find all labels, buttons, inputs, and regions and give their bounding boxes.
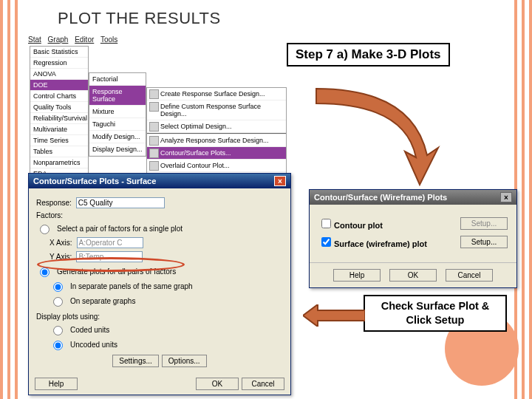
label-single-pair: Select a pair of factors for a single pl… [57,225,183,233]
cancel-button[interactable]: Cancel [242,378,284,390]
settings-button[interactable]: Settings... [112,355,158,367]
radio-separate-graphs[interactable] [53,297,63,307]
menu-item-create-rsd[interactable]: Create Response Surface Design... [147,88,286,100]
wireframe-plots-dialog: Contour/Surface (Wireframe) Plots × Cont… [309,189,517,288]
checkbox-contour-plot[interactable] [321,219,331,228]
menu-item-control-charts[interactable]: Control Charts [30,91,88,102]
arrow-left-icon [303,304,365,327]
menubar[interactable]: Stat Graph Editor Tools [28,35,122,44]
radio-coded-units[interactable] [53,326,63,335]
dialog-title: Contour/Surface (Wireframe) Plots [314,193,447,202]
menu-item-regression[interactable]: Regression [30,58,88,69]
menu-tools[interactable]: Tools [100,35,117,44]
menu-item-anova[interactable]: ANOVA [30,69,88,80]
label-coded-units: Coded units [70,326,109,334]
label-contour-plot: Contour plot [334,221,383,230]
menu-item-reliability[interactable]: Reliability/Survival [30,113,88,124]
menu-item-modify-design[interactable]: Modify Design... [89,131,146,143]
response-surface-submenu[interactable]: Create Response Surface Design... Define… [146,87,287,185]
label-all-pairs: Generate plots for all pairs of factors [57,267,176,276]
doe-submenu[interactable]: Factorial Response Surface Mixture Taguc… [89,72,146,157]
menu-item-doe[interactable]: DOE [30,80,88,91]
ok-button[interactable]: OK [196,378,239,390]
menu-item-contour-surface-plots[interactable]: Contour/Surface Plots... [147,147,286,160]
label-in-panels: In separate panels of the same graph [70,282,193,290]
menu-item-overlaid-contour[interactable]: Overlaid Contour Plot... [147,160,286,172]
label-separate-graphs: On separate graphs [70,297,135,305]
radio-in-panels[interactable] [53,282,63,292]
factors-label: Factors: [36,211,63,219]
callout-step7: Step 7 a) Make 3-D Plots [287,43,450,66]
menu-item-define-custom-rsd[interactable]: Define Custom Response Surface Design... [147,100,286,120]
menu-item-analyze-rsd[interactable]: Analyze Response Surface Design... [147,134,286,147]
options-button[interactable]: Options... [162,355,207,367]
menu-item-quality-tools[interactable]: Quality Tools [30,102,88,113]
close-icon[interactable]: × [500,192,512,202]
menu-item-tables[interactable]: Tables [30,146,88,157]
menu-item-multivariate[interactable]: Multivariate [30,124,88,135]
menu-item-factorial[interactable]: Factorial [89,73,146,86]
setup-surface-button[interactable]: Setup... [460,236,508,248]
help-button[interactable]: Help [333,269,381,282]
x-axis-select[interactable]: A:Operator C [77,237,143,248]
display-units-label: Display plots using: [36,313,100,321]
help-button[interactable]: Help [35,378,78,390]
radio-uncoded-units[interactable] [53,341,63,350]
menu-item-time-series[interactable]: Time Series [30,135,88,146]
menu-stat[interactable]: Stat [28,35,41,44]
response-select[interactable]: C5 Quality [76,197,165,208]
menu-graph[interactable]: Graph [48,35,69,44]
contour-surface-plots-dialog: Contour/Surface Plots - Surface × Respon… [28,173,291,395]
menu-item-mixture[interactable]: Mixture [89,106,146,118]
label-surface-plot: Surface (wireframe) plot [334,239,427,248]
ok-button[interactable]: OK [389,269,437,282]
y-axis-select[interactable]: B:Temp [76,251,143,262]
setup-contour-button[interactable]: Setup... [460,217,508,230]
menu-item-response-surface[interactable]: Response Surface [89,86,146,106]
radio-all-pairs[interactable] [40,267,50,277]
menu-item-select-optimal[interactable]: Select Optimal Design... [147,120,286,133]
response-label: Response: [36,199,72,207]
menu-item-taguchi[interactable]: Taguchi [89,118,146,131]
decorative-stripe-left [0,0,18,399]
dialog-titlebar[interactable]: Contour/Surface (Wireframe) Plots × [310,190,516,205]
callout-check-surface: Check Surface Plot & Click Setup [364,295,507,332]
x-axis-label: X Axis: [50,239,72,247]
label-uncoded-units: Uncoded units [70,341,117,349]
dialog-titlebar[interactable]: Contour/Surface Plots - Surface × [29,174,290,188]
cancel-button[interactable]: Cancel [446,269,493,282]
menu-item-basic-statistics[interactable]: Basic Statistics [30,47,88,58]
dialog-title: Contour/Surface Plots - Surface [33,177,156,185]
radio-single-pair[interactable] [40,225,50,234]
page-title: PLOT THE RESULTS [58,9,221,28]
checkbox-surface-plot[interactable] [321,237,331,247]
menu-item-display-design[interactable]: Display Design... [89,143,146,156]
y-axis-label: Y Axis: [50,253,72,261]
close-icon[interactable]: × [274,176,286,186]
menu-editor[interactable]: Editor [75,35,94,44]
menu-item-nonparametrics[interactable]: Nonparametrics [30,157,88,168]
arrow-swoop-icon [301,81,449,192]
